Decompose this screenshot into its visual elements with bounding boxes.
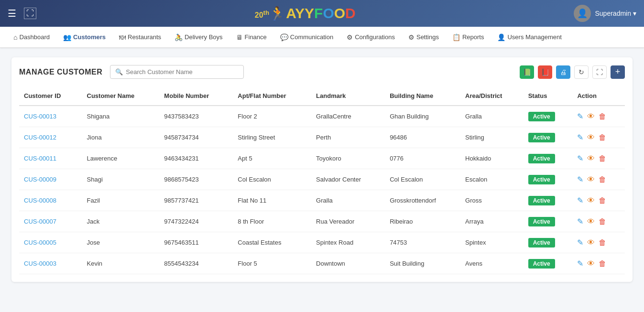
card-header: MANAGE CUSTOMER 🔍 📗 📕 🖨 ↻ (19, 65, 625, 79)
customer-id-link[interactable]: CUS-00011 (24, 155, 56, 162)
cell-landmark: Downtown (311, 253, 385, 274)
row-actions: ✎ 👁 🗑 (577, 259, 620, 268)
table-row: CUS-00003 Kevin 8554543234 Floor 5 Downt… (19, 253, 625, 274)
cell-status: Active (524, 169, 573, 190)
cell-area-district: Avens (460, 253, 524, 274)
cell-mobile-number: 9458734734 (159, 127, 233, 148)
pdf-export-button[interactable]: 📕 (538, 65, 552, 79)
hamburger-icon[interactable]: ☰ (8, 8, 16, 19)
header-left-group: MANAGE CUSTOMER 🔍 (19, 65, 244, 79)
row-actions: ✎ 👁 🗑 (577, 175, 620, 184)
sidebar-item-configurations[interactable]: ⚙ Configurations (341, 31, 401, 44)
manage-customer-card: MANAGE CUSTOMER 🔍 📗 📕 🖨 ↻ (11, 57, 633, 282)
main-content: MANAGE CUSTOMER 🔍 📗 📕 🖨 ↻ (0, 48, 644, 291)
sidebar-item-reports[interactable]: 📋 Reports (447, 31, 490, 44)
edit-button[interactable]: ✎ (577, 154, 583, 163)
superadmin-button[interactable]: Superadmin ▾ (595, 10, 636, 17)
search-box[interactable]: 🔍 (110, 65, 244, 79)
cell-apt-flat: Coastal Estates (233, 232, 311, 253)
edit-button[interactable]: ✎ (577, 196, 583, 205)
cell-area-district: Arraya (460, 211, 524, 232)
sidebar-item-restaurants[interactable]: 🍽 Restaurants (113, 31, 167, 44)
header-right: 👤 Superadmin ▾ (574, 5, 636, 22)
col-apt-flat: Apt/Flat Number (233, 86, 311, 106)
customer-id-link[interactable]: CUS-00009 (24, 176, 56, 183)
cell-customer-name: Kevin (82, 253, 160, 274)
cell-customer-id: CUS-00011 (19, 148, 82, 169)
delete-button[interactable]: 🗑 (599, 133, 606, 142)
sidebar-item-communication[interactable]: 💬 Communication (274, 31, 339, 44)
chevron-down-icon: ▾ (633, 10, 636, 17)
view-button[interactable]: 👁 (587, 175, 595, 184)
status-badge: Active (528, 196, 555, 205)
cell-customer-id: CUS-00003 (19, 253, 82, 274)
delete-button[interactable]: 🗑 (599, 196, 606, 205)
expand-icon[interactable]: ⛶ (24, 8, 36, 19)
fullscreen-button[interactable]: ⛶ (592, 65, 607, 79)
cell-status: Active (524, 190, 573, 211)
view-button[interactable]: 👁 (587, 217, 595, 226)
customer-id-link[interactable]: CUS-00007 (24, 218, 56, 225)
edit-button[interactable]: ✎ (577, 259, 583, 268)
delete-button[interactable]: 🗑 (599, 238, 606, 247)
edit-button[interactable]: ✎ (577, 217, 583, 226)
delete-button[interactable]: 🗑 (599, 259, 606, 268)
delete-button[interactable]: 🗑 (599, 112, 606, 121)
cell-customer-name: Shagi (82, 169, 160, 190)
edit-button[interactable]: ✎ (577, 133, 583, 142)
delete-button[interactable]: 🗑 (599, 175, 606, 184)
sidebar-item-finance[interactable]: 🖥 Finance (230, 31, 273, 44)
customer-id-link[interactable]: CUS-00003 (24, 260, 56, 267)
view-button[interactable]: 👁 (587, 259, 595, 268)
sidebar-item-delivery-boys[interactable]: 🚴 Delivery Boys (169, 31, 228, 44)
view-button[interactable]: 👁 (587, 238, 595, 247)
page-title: MANAGE CUSTOMER (19, 68, 102, 76)
customer-id-link[interactable]: CUS-00008 (24, 197, 56, 204)
edit-button[interactable]: ✎ (577, 238, 583, 247)
delete-button[interactable]: 🗑 (599, 154, 606, 163)
cell-customer-id: CUS-00009 (19, 169, 82, 190)
search-input[interactable] (126, 68, 239, 75)
refresh-button[interactable]: ↻ (574, 65, 589, 79)
status-badge: Active (528, 112, 555, 121)
nav-label-delivery-boys: Delivery Boys (185, 33, 222, 41)
view-button[interactable]: 👁 (587, 154, 595, 163)
delete-button[interactable]: 🗑 (599, 217, 606, 226)
edit-button[interactable]: ✎ (577, 175, 583, 184)
cell-building-name: Col Escalon (385, 169, 460, 190)
pdf-icon: 📕 (541, 68, 549, 76)
print-button[interactable]: 🖨 (556, 65, 570, 79)
sidebar-item-users-management[interactable]: 👤 Users Management (491, 31, 567, 44)
customer-id-link[interactable]: CUS-00012 (24, 134, 56, 141)
view-button[interactable]: 👁 (587, 112, 595, 121)
row-actions: ✎ 👁 🗑 (577, 112, 620, 121)
cell-building-name: Grosskrottendorf (385, 190, 460, 211)
sidebar-item-customers[interactable]: 👥 Customers (57, 31, 111, 44)
cell-apt-flat: Col Escalon (233, 169, 311, 190)
logo: 20th 🏃 AYY F O O D (255, 6, 356, 22)
plus-icon: + (615, 67, 621, 77)
edit-button[interactable]: ✎ (577, 112, 583, 121)
customer-id-link[interactable]: CUS-00005 (24, 239, 56, 246)
customers-table: Customer ID Customer Name Mobile Number … (19, 86, 625, 274)
excel-export-button[interactable]: 📗 (520, 65, 534, 79)
cell-area-district: Escalon (460, 169, 524, 190)
row-actions: ✎ 👁 🗑 (577, 154, 620, 163)
cell-area-district: Gross (460, 190, 524, 211)
cell-building-name: Suit Building (385, 253, 460, 274)
cell-customer-id: CUS-00007 (19, 211, 82, 232)
cell-building-name: 96486 (385, 127, 460, 148)
sidebar-item-settings[interactable]: ⚙ Settings (403, 31, 445, 44)
customer-id-link[interactable]: CUS-00013 (24, 113, 56, 120)
view-button[interactable]: 👁 (587, 196, 595, 205)
cell-customer-name: Shigana (82, 106, 160, 127)
cell-status: Active (524, 253, 573, 274)
view-button[interactable]: 👁 (587, 133, 595, 142)
card-actions: 📗 📕 🖨 ↻ ⛶ + (520, 65, 625, 79)
sidebar-item-dashboard[interactable]: ⌂ Dashboard (8, 31, 55, 44)
add-customer-button[interactable]: + (611, 65, 625, 79)
cell-mobile-number: 9747322424 (159, 211, 233, 232)
nav-label-configurations: Configurations (355, 33, 395, 41)
avatar: 👤 (574, 5, 591, 22)
cell-building-name: Ghan Building (385, 106, 460, 127)
